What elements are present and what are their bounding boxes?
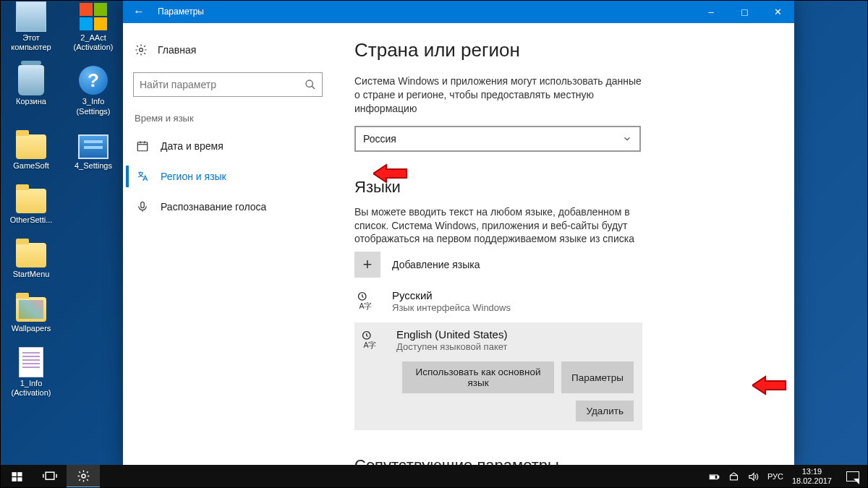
- languages-description: Вы можете вводить текст на любом языке, …: [354, 205, 644, 247]
- svg-rect-23: [718, 476, 718, 478]
- taskview-button[interactable]: [33, 465, 67, 488]
- back-button[interactable]: ←: [123, 5, 155, 18]
- language-row-russian[interactable]: A字 Русский Язык интерфейса Windows: [354, 283, 642, 320]
- chevron-down-icon: [622, 134, 632, 144]
- search-input[interactable]: [140, 79, 305, 90]
- svg-text:A字: A字: [359, 301, 372, 310]
- svg-rect-16: [12, 477, 16, 481]
- svg-rect-3: [137, 142, 148, 151]
- svg-point-1: [306, 80, 312, 87]
- svg-rect-14: [12, 472, 16, 476]
- set-default-language-button[interactable]: Использовать как основной язык: [402, 361, 554, 393]
- start-button[interactable]: [0, 465, 33, 488]
- svg-marker-26: [749, 473, 754, 480]
- calendar-clock-icon: [136, 140, 149, 153]
- desktop-icon-startmenu[interactable]: StartMenu: [3, 238, 59, 279]
- sidebar-item-datetime[interactable]: Дата и время: [126, 131, 330, 161]
- language-glyph-icon: A字: [360, 328, 385, 353]
- close-button[interactable]: ✕: [761, 0, 794, 23]
- gear-icon: [135, 43, 148, 56]
- language-row-english[interactable]: A字 English (United States) Доступен язык…: [359, 328, 638, 353]
- desktop-icon-aact[interactable]: 2_AAct(Activation): [65, 1, 122, 52]
- gear-icon: [77, 469, 90, 483]
- svg-rect-15: [17, 472, 22, 476]
- desktop-icon-othersettings[interactable]: OtherSetti...: [3, 184, 59, 225]
- sidebar-item-speech[interactable]: Распознавание голоса: [126, 192, 330, 222]
- clock[interactable]: 13:19 18.02.2017: [792, 467, 832, 485]
- language-glyph-icon: A字: [356, 289, 380, 314]
- remove-language-button[interactable]: Удалить: [576, 401, 634, 421]
- plus-icon: +: [354, 252, 380, 278]
- svg-marker-13: [752, 377, 786, 394]
- svg-rect-18: [46, 472, 54, 479]
- heading-region: Страна или регион: [354, 39, 773, 61]
- desktop-icons: Этоткомпьютер 2_AAct(Activation) Корзина…: [3, 1, 122, 398]
- desktop-icon-recycle-bin[interactable]: Корзина: [3, 65, 59, 116]
- keyboard-layout[interactable]: РУС: [767, 472, 783, 481]
- svg-rect-17: [17, 477, 22, 481]
- heading-related: Сопутствующие параметры: [354, 456, 773, 465]
- desktop-icon-gamesoft[interactable]: GameSoft: [3, 129, 59, 171]
- desktop-icon-4settings[interactable]: 4_Settings: [65, 129, 122, 171]
- desktop-icon-this-pc[interactable]: Этоткомпьютер: [3, 1, 59, 52]
- sidebar-group-title: Время и язык: [126, 97, 330, 131]
- svg-rect-24: [710, 476, 715, 478]
- microphone-icon: [136, 200, 149, 213]
- volume-icon[interactable]: [748, 471, 759, 482]
- main-content: Страна или регион Система Windows и прил…: [333, 23, 794, 465]
- network-icon[interactable]: [728, 471, 739, 482]
- system-tray: РУС 13:19 18.02.2017: [709, 467, 868, 485]
- desktop-icon-info-settings[interactable]: ?3_Info(Settings): [65, 65, 122, 116]
- annotation-arrow-params: [752, 374, 787, 396]
- svg-point-21: [81, 474, 85, 477]
- svg-rect-7: [141, 202, 145, 207]
- desktop-icon-1info[interactable]: 1_Info(Activation): [3, 347, 59, 398]
- heading-languages: Языки: [354, 178, 773, 197]
- battery-icon[interactable]: [709, 471, 720, 482]
- region-dropdown[interactable]: Россия: [354, 126, 641, 152]
- language-row-english-selected: A字 English (United States) Доступен язык…: [354, 322, 642, 430]
- taskbar-app-settings[interactable]: [67, 465, 100, 488]
- svg-point-0: [140, 48, 143, 52]
- language-icon: [136, 170, 149, 183]
- add-language-button[interactable]: + Добавление языка: [354, 252, 642, 278]
- search-icon: [305, 79, 316, 90]
- taskbar: РУС 13:19 18.02.2017: [0, 465, 868, 488]
- language-options-button[interactable]: Параметры: [561, 361, 634, 393]
- minimize-button[interactable]: –: [694, 0, 728, 23]
- svg-rect-25: [730, 475, 737, 479]
- region-description: Система Windows и приложения могут испол…: [354, 74, 644, 116]
- taskview-icon: [43, 471, 57, 482]
- search-box[interactable]: [133, 72, 323, 97]
- maximize-button[interactable]: ◻: [728, 0, 761, 23]
- window-title: Параметры: [155, 7, 694, 17]
- annotation-arrow-sidebar: [373, 163, 408, 184]
- desktop-icon-wallpapers[interactable]: Wallpapers: [3, 292, 59, 333]
- sidebar-item-region-language[interactable]: Регион и язык: [126, 161, 330, 192]
- titlebar: ← Параметры – ◻ ✕: [123, 0, 794, 23]
- svg-line-2: [312, 86, 315, 89]
- windows-icon: [11, 471, 23, 483]
- svg-marker-12: [373, 165, 407, 182]
- sidebar: Главная Время и язык Дата и время Регион…: [123, 23, 333, 465]
- sidebar-home[interactable]: Главная: [126, 38, 330, 62]
- notification-center-icon[interactable]: [846, 471, 859, 481]
- settings-window: ← Параметры – ◻ ✕ Главная Время и язык Д…: [123, 0, 794, 465]
- svg-text:A字: A字: [363, 341, 376, 349]
